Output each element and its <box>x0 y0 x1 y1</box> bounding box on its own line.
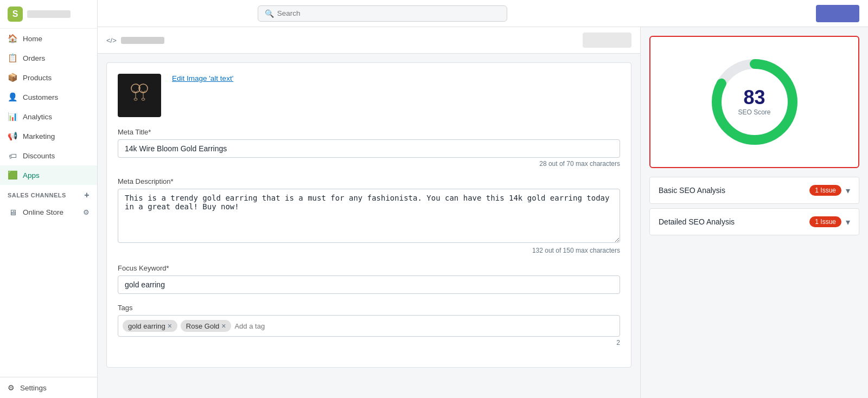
discounts-label: Discounts <box>23 152 55 160</box>
basic-seo-row-right: 1 Issue ▾ <box>809 185 850 196</box>
tag-chip-rose-gold: Rose Gold × <box>181 320 232 332</box>
basic-seo-label: Basic SEO Analysis <box>659 186 725 195</box>
search-bar: 🔍 <box>258 5 507 22</box>
seo-score-label: 83 SEO Score <box>738 88 770 116</box>
search-input[interactable] <box>277 9 500 17</box>
focus-keyword-input[interactable] <box>118 275 620 294</box>
tag-add-input[interactable] <box>234 322 326 330</box>
topbar-right <box>816 5 859 22</box>
settings-item[interactable]: ⚙ Settings <box>0 377 97 398</box>
svg-point-5 <box>142 98 145 100</box>
sidebar-item-online-store[interactable]: 🖥 Online Store ⚙ <box>0 202 97 222</box>
detailed-seo-expand-icon[interactable]: ▾ <box>846 217 850 227</box>
tag-remove-gold-earring[interactable]: × <box>168 322 172 330</box>
meta-description-group: Meta Description* 132 out of 150 max cha… <box>118 177 620 254</box>
meta-description-char-count: 132 out of 150 max characters <box>118 247 620 254</box>
form-card: Edit Image 'alt text' Meta Title* 28 out… <box>106 62 631 368</box>
topbar-action-button[interactable] <box>816 5 859 22</box>
sidebar-logo: S <box>0 0 97 29</box>
tag-chip-gold-earring: gold earring × <box>123 320 177 332</box>
seo-score-value: 83 <box>738 88 770 107</box>
sidebar-item-discounts[interactable]: 🏷 Discounts <box>0 146 97 165</box>
sidebar-item-marketing[interactable]: 📢 Marketing <box>0 126 97 146</box>
apps-label: Apps <box>23 171 40 179</box>
focus-keyword-group: Focus Keyword* <box>118 264 620 294</box>
content-area: </> <box>98 27 868 398</box>
meta-description-label: Meta Description* <box>118 177 620 185</box>
home-label: Home <box>23 35 42 43</box>
left-panel: </> <box>98 27 640 398</box>
detailed-seo-label: Detailed SEO Analysis <box>659 217 735 226</box>
home-icon: 🏠 <box>8 34 17 43</box>
product-image <box>118 74 161 117</box>
store-name <box>27 10 71 18</box>
discounts-icon: 🏷 <box>8 151 17 161</box>
tag-remove-rose-gold[interactable]: × <box>221 322 226 330</box>
code-bracket-label: </> <box>106 36 117 44</box>
customers-icon: 👤 <box>8 92 17 102</box>
online-store-label: Online Store <box>23 208 63 216</box>
meta-title-input[interactable] <box>118 139 620 158</box>
tag-label-rose-gold: Rose Gold <box>186 322 219 330</box>
seo-analysis-list: Basic SEO Analysis 1 Issue ▾ Detailed SE… <box>649 177 859 235</box>
seo-score-text: SEO Score <box>738 108 770 116</box>
basic-seo-badge: 1 Issue <box>809 185 841 196</box>
settings-icon: ⚙ <box>8 383 15 392</box>
svg-point-2 <box>134 98 137 100</box>
detailed-seo-row-right: 1 Issue ▾ <box>809 216 850 227</box>
edit-alt-text-link[interactable]: Edit Image 'alt text' <box>172 74 233 82</box>
detailed-seo-badge: 1 Issue <box>809 216 841 227</box>
meta-description-textarea[interactable] <box>118 189 620 243</box>
apps-icon: 🟩 <box>8 170 17 180</box>
basic-seo-analysis-row: Basic SEO Analysis 1 Issue ▾ <box>649 177 859 204</box>
sidebar-item-customers[interactable]: 👤 Customers <box>0 87 97 107</box>
customers-label: Customers <box>23 93 58 101</box>
breadcrumb-action-button[interactable] <box>583 33 631 48</box>
search-icon: 🔍 <box>265 9 274 18</box>
sidebar-item-apps[interactable]: 🟩 Apps <box>0 165 97 185</box>
breadcrumb-actions <box>583 33 631 48</box>
marketing-icon: 📢 <box>8 131 17 141</box>
product-image-actions: Edit Image 'alt text' <box>172 74 233 82</box>
analytics-label: Analytics <box>23 113 52 121</box>
online-store-settings-icon[interactable]: ⚙ <box>83 208 90 216</box>
tags-count: 2 <box>118 339 620 346</box>
basic-seo-expand-icon[interactable]: ▾ <box>846 185 850 196</box>
topbar: 🔍 <box>98 0 868 27</box>
products-label: Products <box>23 74 52 82</box>
sidebar-item-products[interactable]: 📦 Products <box>0 68 97 87</box>
products-icon: 📦 <box>8 73 17 82</box>
sidebar: S 🏠 Home 📋 Orders 📦 Products 👤 Customers… <box>0 0 98 398</box>
breadcrumb-bar: </> <box>98 27 640 54</box>
sidebar-item-analytics[interactable]: 📊 Analytics <box>0 107 97 126</box>
sidebar-item-orders[interactable]: 📋 Orders <box>0 48 97 68</box>
meta-title-char-count: 28 out of 70 max characters <box>118 160 620 168</box>
orders-label: Orders <box>23 54 45 62</box>
sidebar-item-home[interactable]: 🏠 Home <box>0 29 97 48</box>
tag-label-gold-earring: gold earring <box>128 322 165 330</box>
product-row: Edit Image 'alt text' <box>118 74 620 117</box>
right-panel: 83 SEO Score Basic SEO Analysis 1 Issue … <box>640 27 868 398</box>
online-store-icon: 🖥 <box>8 207 17 217</box>
seo-donut-chart: 83 SEO Score <box>706 53 803 151</box>
breadcrumb-placeholder <box>121 37 164 44</box>
meta-title-group: Meta Title* 28 out of 70 max characters <box>118 128 620 168</box>
main-area: 🔍 </> <box>98 0 868 398</box>
settings-label: Settings <box>20 384 47 392</box>
tags-container: gold earring × Rose Gold × <box>118 315 620 337</box>
sidebar-bottom: ⚙ Settings <box>0 377 97 398</box>
meta-title-label: Meta Title* <box>118 128 620 136</box>
breadcrumb-code-icon: </> <box>106 36 117 44</box>
sales-channels-label: SALES CHANNELS <box>8 192 66 198</box>
tags-label: Tags <box>118 304 620 312</box>
marketing-label: Marketing <box>23 132 55 140</box>
shopify-icon: S <box>8 7 23 22</box>
seo-score-card: 83 SEO Score <box>649 36 859 168</box>
focus-keyword-label: Focus Keyword* <box>118 264 620 272</box>
analytics-icon: 📊 <box>8 112 17 121</box>
tags-group: Tags gold earring × Rose Gold × 2 <box>118 304 620 346</box>
add-sales-channel-icon[interactable]: + <box>84 190 90 200</box>
sales-channels-section: SALES CHANNELS + <box>0 185 97 202</box>
orders-icon: 📋 <box>8 53 17 63</box>
product-image-svg <box>126 82 153 109</box>
